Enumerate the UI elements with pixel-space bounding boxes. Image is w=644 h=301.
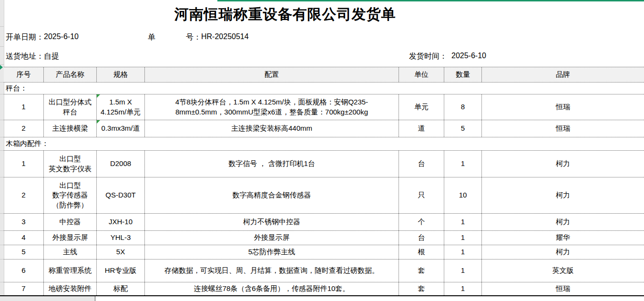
section-label-weighbridge[interactable]: 秤台： (4, 82, 644, 94)
header-cell-unit[interactable]: 单位 (399, 67, 444, 82)
cell-spec[interactable]: 1.5m X 4.125m/单元 (97, 94, 145, 120)
table-row: 5 主线 5X 5芯防作弊主线 根 1 柯力 (4, 245, 644, 259)
cell-unit[interactable]: 道 (399, 120, 444, 137)
cell-config[interactable]: 5芯防作弊主线 (145, 245, 399, 259)
gutter-line (0, 245, 4, 245)
cell-brand[interactable]: 柯力 (482, 245, 644, 259)
cell-spec[interactable]: 5X (97, 245, 145, 259)
cell-qty[interactable]: 8 (444, 94, 482, 120)
cell-brand[interactable]: 恒瑞 (482, 120, 644, 137)
cell-spec[interactable]: 0.3mx3m/道 (97, 120, 145, 137)
table-row: 1 出口型分体式 秤台 1.5m X 4.125m/单元 4节8块分体秤台，1.… (4, 94, 644, 120)
cell-config[interactable]: 4节8块分体秤台，1.5m X 4.125m/块，面板规格：安钢Q235- 8m… (145, 94, 399, 120)
cell-unit[interactable]: 台 (399, 151, 444, 177)
cell-brand[interactable]: 英文版 (482, 259, 644, 282)
cell-qty[interactable]: 1 (444, 214, 482, 230)
cell-spec[interactable]: D2008 (97, 151, 145, 177)
cell-no[interactable]: 1 (4, 94, 44, 120)
next-row-divider (95, 296, 95, 301)
header-cell-brand[interactable]: 品牌 (482, 67, 644, 82)
cell-spec[interactable]: YHL-3 (97, 231, 145, 245)
page-break-bar (217, 0, 644, 1)
cell-config[interactable]: 存储数据，可实现日、周、月结算，数据查询，随时查看过磅数据。 (145, 259, 399, 282)
cell-name[interactable]: 主连接横梁 (44, 120, 97, 137)
cell-qty[interactable]: 1 (444, 259, 482, 282)
cell-qty[interactable]: 1 (444, 245, 482, 259)
cell-name[interactable]: 出口型分体式 秤台 (44, 94, 97, 120)
cell-config[interactable]: 连接螺丝78条（含6条备用），传感器附件10套。 (145, 282, 399, 295)
cell-config[interactable]: 数字高精度合金钢传感器 (145, 177, 399, 213)
cell-config[interactable]: 柯力不锈钢中控器 (145, 214, 399, 230)
cell-config[interactable]: 主连接梁安装标高440mm (145, 120, 399, 137)
gutter-line (0, 282, 4, 282)
error-flag-icon (97, 94, 100, 98)
cell-unit[interactable]: 只 (399, 177, 444, 213)
gutter-line (0, 150, 4, 151)
page-title[interactable]: 河南恒瑞称重设备有限公司发货单 (4, 5, 566, 24)
cell-name[interactable]: 出口型 英文数字仪表 (44, 151, 97, 177)
cell-spec-text: 0.3mx3m/道 (102, 124, 140, 133)
cell-unit[interactable]: 套 (399, 282, 444, 295)
cell-name[interactable]: 外接显示屏 (44, 231, 97, 245)
header-cell-no[interactable]: 序号 (4, 67, 44, 82)
gutter-line (0, 26, 4, 27)
header-cell-spec[interactable]: 规格 (97, 67, 145, 82)
table-header-row: 序号 产品名称 规格 配置 单位 数量 品牌 (4, 67, 644, 82)
cell-name[interactable]: 主线 (44, 245, 97, 259)
next-row-shaded-area (0, 296, 95, 301)
cell-brand[interactable]: 柯力 (482, 177, 644, 213)
cell-brand[interactable]: 恒瑞 (482, 94, 644, 120)
delivery-address-field[interactable]: 送货地址：自提 (6, 52, 59, 62)
cell-name[interactable]: 称重管理系统 (44, 259, 97, 282)
cell-brand[interactable]: 柯力 (482, 214, 644, 230)
table-row: 7 地磅安装附件 标配 连接螺丝78条（含6条备用），传感器附件10套。 套 1… (4, 282, 644, 295)
gutter-line (0, 213, 4, 214)
gutter-line (0, 230, 4, 231)
cell-no[interactable]: 1 (4, 151, 44, 177)
order-date-value[interactable]: 2025-6-10 (44, 32, 79, 42)
header-cell-name[interactable]: 产品名称 (44, 67, 97, 82)
cell-name[interactable]: 地磅安装附件 (44, 282, 97, 295)
spreadsheet-delivery-note: 河南恒瑞称重设备有限公司发货单 开单日期：2025-6-10 单 号：HR-20… (0, 0, 644, 301)
cell-unit[interactable]: 个 (399, 214, 444, 230)
cell-spec[interactable]: QS-D30T (97, 177, 145, 213)
cell-unit[interactable]: 根 (399, 245, 444, 259)
cell-qty[interactable]: 1 (444, 151, 482, 177)
cell-config[interactable]: 外接显示屏 (145, 231, 399, 245)
cell-qty[interactable]: 1 (444, 231, 482, 245)
cell-no[interactable]: 6 (4, 259, 44, 282)
cell-brand[interactable]: 恒瑞 (482, 282, 644, 295)
cell-name[interactable]: 中控器 (44, 214, 97, 230)
ship-time-value[interactable]: 2025-6-10 (451, 52, 486, 62)
cell-unit[interactable]: 套 (399, 259, 444, 282)
delivery-address-value[interactable]: 自提 (44, 52, 59, 62)
cell-spec[interactable]: HR专业版 (97, 259, 145, 282)
cell-qty[interactable]: 1 (444, 282, 482, 295)
gutter-line (0, 120, 4, 120)
cell-no[interactable]: 2 (4, 177, 44, 213)
header-cell-config[interactable]: 配置 (145, 67, 399, 82)
cell-no[interactable]: 5 (4, 245, 44, 259)
cell-qty[interactable]: 10 (444, 177, 482, 213)
cell-config[interactable]: 数字信号 ， 含微打印机1台 (145, 151, 399, 177)
cell-name[interactable]: 出口型 数字传感器 （防作弊） (44, 177, 97, 213)
cell-no[interactable]: 2 (4, 120, 44, 137)
cell-qty[interactable]: 5 (444, 120, 482, 137)
cell-unit[interactable]: 单元 (399, 94, 444, 120)
cell-spec[interactable]: JXH-10 (97, 214, 145, 230)
order-date-field[interactable]: 开单日期：2025-6-10 (6, 32, 79, 42)
cell-no[interactable]: 3 (4, 214, 44, 230)
cell-brand[interactable]: 耀华 (482, 231, 644, 245)
cell-brand[interactable]: 柯力 (482, 151, 644, 177)
header-cell-qty[interactable]: 数量 (444, 67, 482, 82)
order-no-value[interactable]: HR-20250514 (201, 32, 249, 42)
cell-spec[interactable]: 标配 (97, 282, 145, 295)
order-no-label: 单 号： (148, 32, 201, 42)
section-label-crate-accessories[interactable]: 木箱内配件： (4, 137, 644, 150)
cell-no[interactable]: 7 (4, 282, 44, 295)
gutter-line (0, 94, 4, 94)
order-no-field[interactable]: 单 号：HR-20250514 (148, 32, 249, 42)
ship-time-field[interactable]: 发货时间：2025-6-10 (409, 52, 486, 62)
cell-unit[interactable]: 台 (399, 231, 444, 245)
cell-no[interactable]: 4 (4, 231, 44, 245)
